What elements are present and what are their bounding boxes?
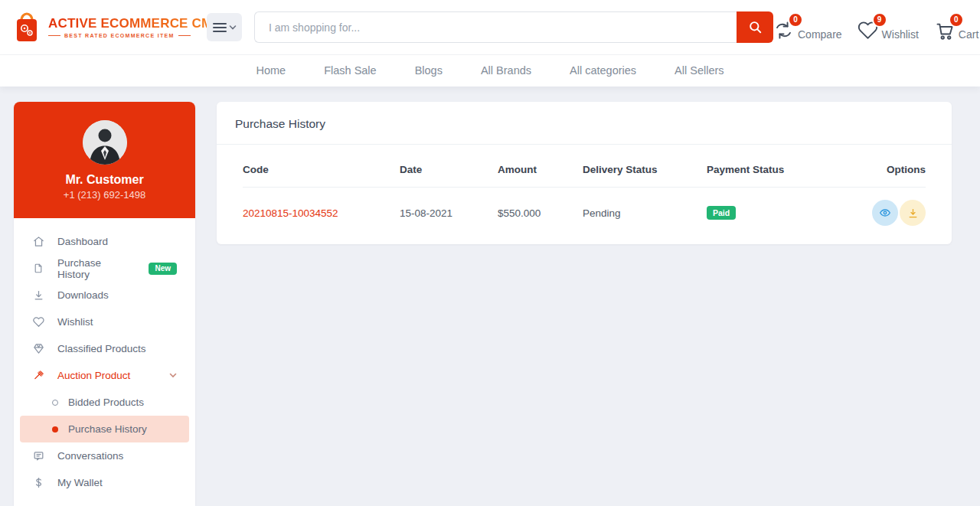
compare-count-badge: 0 — [788, 12, 803, 28]
sidebar-item-label: Bidded Products — [68, 397, 144, 408]
column-header-amount: Amount — [498, 164, 583, 175]
sidebar-item-auction-product[interactable]: Auction Product — [14, 362, 195, 389]
purchase-history-card: Purchase History Code Date Amount Delive… — [217, 102, 952, 244]
compare-button[interactable]: 0 Compare — [773, 14, 842, 41]
page-content: Mr. Customer +1 (213) 692-1498 Dashboard — [0, 87, 980, 506]
gavel-icon — [32, 370, 44, 381]
payment-status-badge: Paid — [707, 206, 736, 220]
sidebar-menu: Dashboard Purchase History New — [14, 218, 195, 496]
delivery-status: Pending — [583, 207, 707, 219]
search-button[interactable] — [737, 11, 773, 43]
file-icon — [32, 263, 44, 274]
sidebar-item-label: Dashboard — [57, 236, 108, 247]
logo-title: ACTIVE ECOMMERCE CMS — [48, 16, 221, 31]
nav-link-blogs[interactable]: Blogs — [396, 55, 462, 87]
hamburger-icon — [213, 22, 227, 33]
sidebar-item-downloads[interactable]: Downloads — [14, 282, 195, 308]
sidebar-item-label: Purchase History — [57, 257, 136, 280]
search-input[interactable] — [254, 11, 737, 43]
sidebar-item-bidded-products[interactable]: Bidded Products — [14, 389, 195, 416]
dot-bullet-icon — [52, 426, 58, 433]
chat-icon — [32, 450, 44, 462]
download-icon — [32, 289, 44, 301]
top-header: ACTIVE ECOMMERCE CMS BEST RATED ECOMMERC… — [0, 0, 980, 55]
order-code-link[interactable]: 20210815-10034552 — [243, 207, 338, 219]
profile-phone: +1 (213) 692-1498 — [64, 189, 145, 201]
chevron-down-icon — [169, 373, 177, 378]
profile-name: Mr. Customer — [65, 173, 143, 187]
nav-link-all-brands[interactable]: All Brands — [462, 55, 550, 87]
sidebar-item-my-wallet[interactable]: My Wallet — [14, 469, 195, 496]
chevron-down-icon — [229, 24, 237, 31]
sidebar-item-conversations[interactable]: Conversations — [14, 442, 195, 469]
sidebar-item-dashboard[interactable]: Dashboard — [14, 228, 195, 255]
main-panel: Purchase History Code Date Amount Delive… — [217, 102, 952, 506]
nav-link-all-sellers[interactable]: All Sellers — [655, 55, 743, 87]
site-logo[interactable]: ACTIVE ECOMMERCE CMS BEST RATED ECOMMERC… — [12, 11, 199, 44]
home-icon — [32, 236, 44, 247]
cart-button[interactable]: 0 Cart — [934, 14, 978, 41]
sidebar-item-purchase-history[interactable]: Purchase History New — [14, 255, 195, 282]
column-header-options: Options — [841, 164, 926, 175]
cart-label: Cart — [959, 29, 978, 41]
search-icon — [748, 20, 763, 34]
purchase-history-table: Code Date Amount Delivery Status Payment… — [217, 145, 952, 238]
nav-link-flash-sale[interactable]: Flash Sale — [305, 55, 396, 87]
wishlist-count-badge: 9 — [872, 12, 887, 28]
new-badge: New — [149, 263, 177, 275]
sidebar-item-label: Downloads — [57, 289, 109, 301]
order-date: 15-08-2021 — [400, 207, 498, 219]
main-navbar: Home Flash Sale Blogs All Brands All cat… — [0, 55, 980, 87]
nav-link-home[interactable]: Home — [237, 55, 305, 87]
column-header-payment-status: Payment Status — [707, 164, 841, 175]
shopping-bag-logo-icon — [12, 11, 41, 44]
sidebar-item-label: My Wallet — [57, 477, 103, 488]
circle-bullet-icon — [52, 400, 58, 406]
table-header-row: Code Date Amount Delivery Status Payment… — [243, 145, 926, 188]
profile-card: Mr. Customer +1 (213) 692-1498 — [14, 102, 195, 218]
sidebar-item-label: Purchase History — [68, 423, 147, 435]
dollar-icon — [32, 477, 44, 488]
sidebar-item-wishlist[interactable]: Wishlist — [14, 308, 195, 335]
wishlist-label: Wishlist — [882, 29, 919, 41]
cart-count-badge: 0 — [949, 12, 964, 28]
search-bar — [254, 11, 773, 43]
order-amount: $550.000 — [498, 207, 583, 219]
sidebar-item-label: Auction Product — [57, 370, 130, 381]
sidebar-item-classified-products[interactable]: Classified Products — [14, 335, 195, 362]
view-order-button[interactable] — [872, 200, 898, 226]
table-row: 20210815-10034552 15-08-2021 $550.000 Pe… — [243, 188, 926, 238]
column-header-delivery-status: Delivery Status — [583, 164, 707, 175]
column-header-date: Date — [400, 164, 498, 175]
page-title: Purchase History — [217, 102, 952, 145]
download-invoice-button[interactable] — [900, 200, 926, 226]
download-icon — [907, 207, 919, 219]
row-options — [841, 200, 926, 226]
compare-label: Compare — [798, 29, 842, 41]
header-actions: 0 Compare 9 Wishlist 0 Cart — [773, 14, 978, 41]
column-header-code: Code — [243, 164, 400, 175]
gem-icon — [32, 343, 44, 354]
logo-subtitle: BEST RATED ECOMMERCE ITEM — [48, 33, 221, 38]
sidebar-item-label: Classified Products — [57, 343, 146, 354]
customer-sidebar: Mr. Customer +1 (213) 692-1498 Dashboard — [14, 102, 195, 506]
categories-menu-button[interactable] — [207, 13, 242, 41]
sidebar-item-label: Wishlist — [57, 316, 93, 328]
wishlist-button[interactable]: 9 Wishlist — [858, 14, 919, 41]
eye-icon — [879, 207, 891, 219]
nav-link-all-categories[interactable]: All categories — [550, 55, 655, 87]
avatar — [83, 120, 127, 165]
sidebar-item-label: Conversations — [57, 450, 123, 462]
sidebar-item-purchase-history-auction[interactable]: Purchase History — [20, 416, 189, 442]
heart-icon — [32, 316, 44, 328]
